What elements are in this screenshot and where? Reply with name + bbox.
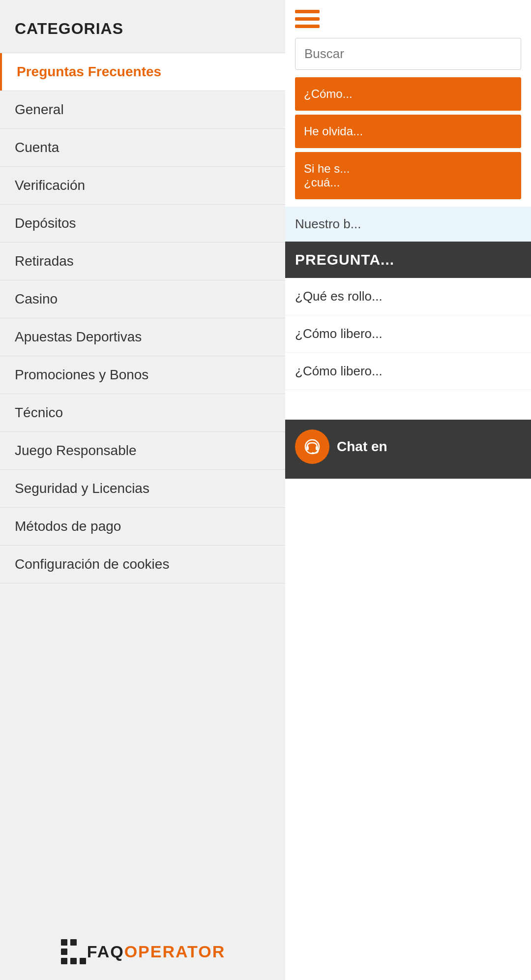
svg-rect-2 bbox=[61, 949, 67, 955]
sidebar-item-general[interactable]: General bbox=[0, 91, 285, 128]
faq-item-2[interactable]: ¿Cómo libero... bbox=[285, 315, 531, 353]
sidebar-item-metodos-pago[interactable]: Métodos de pago bbox=[0, 507, 285, 545]
quick-button-como[interactable]: ¿Cómo... bbox=[295, 77, 521, 111]
menu-bar-1 bbox=[295, 10, 320, 13]
svg-rect-7 bbox=[306, 446, 309, 450]
menu-icon-bar bbox=[285, 0, 531, 33]
sidebar-item-depositos[interactable]: Depósitos bbox=[0, 204, 285, 242]
chat-area[interactable]: Chat en bbox=[285, 420, 531, 479]
nuestro-text: Nuestro b... bbox=[295, 216, 361, 231]
sidebar-link-configuracion-cookies[interactable]: Configuración de cookies bbox=[0, 546, 285, 583]
search-container bbox=[285, 33, 531, 77]
sidebar-link-retiradas[interactable]: Retiradas bbox=[0, 243, 285, 280]
logo-text: FAQOPERATOR bbox=[87, 942, 225, 961]
quick-button-si-he[interactable]: Si he s...¿cuá... bbox=[295, 152, 521, 199]
sidebar-link-promociones-bonos[interactable]: Promociones y Bonos bbox=[0, 356, 285, 394]
svg-rect-1 bbox=[70, 939, 77, 946]
headset-icon bbox=[302, 437, 322, 457]
page-container: CATEGORIAS Preguntas Frecuentes General … bbox=[0, 0, 531, 980]
sidebar-link-cuenta[interactable]: Cuenta bbox=[0, 129, 285, 166]
sidebar-link-juego-responsable[interactable]: Juego Responsable bbox=[0, 432, 285, 469]
sidebar: CATEGORIAS Preguntas Frecuentes General … bbox=[0, 0, 285, 980]
sidebar-link-preguntas-frecuentes[interactable]: Preguntas Frecuentes bbox=[0, 53, 285, 91]
faq-items: ¿Qué es rollo... ¿Cómo libero... ¿Cómo l… bbox=[285, 278, 531, 390]
sidebar-nav: Preguntas Frecuentes General Cuenta Veri… bbox=[0, 53, 285, 583]
sidebar-item-preguntas-frecuentes[interactable]: Preguntas Frecuentes bbox=[0, 53, 285, 91]
right-panel-inner: ¿Cómo... He olvidа... Si he s...¿cuá... … bbox=[285, 0, 531, 479]
svg-rect-4 bbox=[70, 958, 77, 964]
sidebar-item-casino[interactable]: Casino bbox=[0, 280, 285, 318]
sidebar-header: CATEGORIAS bbox=[0, 0, 285, 48]
sidebar-item-retiradas[interactable]: Retiradas bbox=[0, 242, 285, 280]
nuestro-block: Nuestro b... bbox=[285, 207, 531, 242]
sidebar-link-seguridad-licencias[interactable]: Seguridad y Licencias bbox=[0, 470, 285, 507]
search-input[interactable] bbox=[295, 38, 521, 70]
quick-buttons: ¿Cómo... He olvidа... Si he s...¿cuá... bbox=[285, 77, 531, 207]
svg-rect-5 bbox=[80, 958, 86, 964]
sidebar-link-metodos-pago[interactable]: Métodos de pago bbox=[0, 508, 285, 545]
section-divider: PREGUNTA... bbox=[285, 242, 531, 278]
faq-item-3[interactable]: ¿Cómo libero... bbox=[285, 353, 531, 390]
sidebar-link-general[interactable]: General bbox=[0, 91, 285, 128]
sidebar-item-verificacion[interactable]: Verificación bbox=[0, 166, 285, 204]
svg-rect-3 bbox=[61, 958, 67, 964]
sidebar-item-configuracion-cookies[interactable]: Configuración de cookies bbox=[0, 545, 285, 583]
quick-button-olvida[interactable]: He olvidа... bbox=[295, 115, 521, 148]
chat-icon bbox=[295, 429, 329, 464]
sidebar-link-casino[interactable]: Casino bbox=[0, 280, 285, 318]
sidebar-item-promociones-bonos[interactable]: Promociones y Bonos bbox=[0, 356, 285, 394]
hamburger-menu-icon[interactable] bbox=[295, 10, 320, 28]
logo-grid-icon bbox=[60, 938, 87, 965]
sidebar-footer: FAQOPERATOR bbox=[0, 923, 285, 980]
sidebar-link-tecnico[interactable]: Técnico bbox=[0, 394, 285, 431]
sidebar-item-seguridad-licencias[interactable]: Seguridad y Licencias bbox=[0, 469, 285, 507]
sidebar-link-apuestas-deportivas[interactable]: Apuestas Deportivas bbox=[0, 318, 285, 356]
sidebar-link-verificacion[interactable]: Verificación bbox=[0, 167, 285, 204]
menu-bar-3 bbox=[295, 25, 320, 28]
logo: FAQOPERATOR bbox=[60, 938, 225, 965]
section-title: PREGUNTA... bbox=[295, 251, 394, 268]
sidebar-item-apuestas-deportivas[interactable]: Apuestas Deportivas bbox=[0, 318, 285, 356]
faq-item-1[interactable]: ¿Qué es rollo... bbox=[285, 278, 531, 315]
sidebar-title: CATEGORIAS bbox=[15, 20, 270, 38]
sidebar-item-tecnico[interactable]: Técnico bbox=[0, 394, 285, 431]
sidebar-item-cuenta[interactable]: Cuenta bbox=[0, 128, 285, 166]
right-panel: ¿Cómo... He olvidа... Si he s...¿cuá... … bbox=[285, 0, 531, 980]
svg-rect-0 bbox=[61, 939, 67, 946]
svg-point-9 bbox=[312, 452, 314, 454]
menu-bar-2 bbox=[295, 17, 320, 21]
svg-rect-8 bbox=[316, 446, 318, 450]
sidebar-item-juego-responsable[interactable]: Juego Responsable bbox=[0, 431, 285, 469]
sidebar-link-depositos[interactable]: Depósitos bbox=[0, 205, 285, 242]
chat-label: Chat en bbox=[337, 439, 387, 455]
